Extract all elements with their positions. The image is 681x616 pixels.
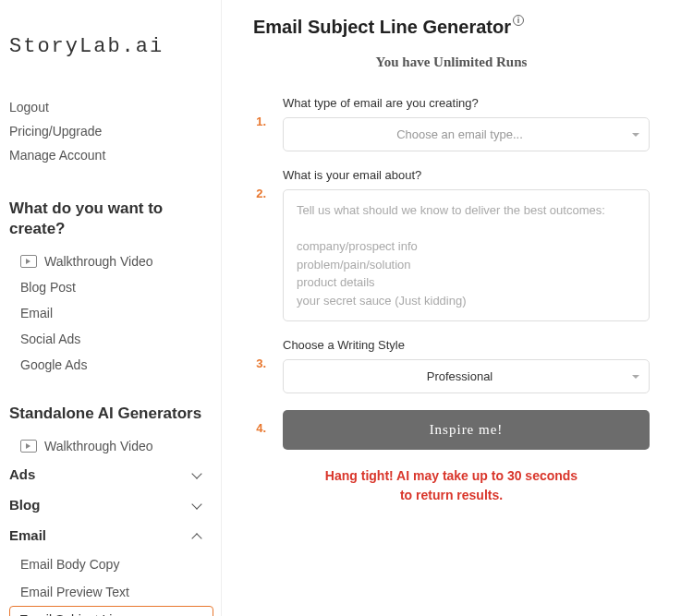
sidebar: StoryLab.ai Logout Pricing/Upgrade Manag… [0,0,222,616]
accordion-blog[interactable]: Blog [9,489,213,520]
step-number: 3. [253,338,266,393]
sidebar-item-walkthrough-standalone[interactable]: Walkthrough Video [9,433,213,459]
step-label: Choose a Writing Style [283,338,650,352]
email-type-select[interactable]: Choose an email type... [283,117,650,151]
accordion-email[interactable]: Email [9,520,213,550]
sidebar-item-walkthrough-create[interactable]: Walkthrough Video [9,248,213,274]
step-label: What type of email are you creating? [283,96,650,110]
account-nav: Logout Pricing/Upgrade Manage Account [9,95,213,167]
video-icon [20,440,37,453]
manage-account-link[interactable]: Manage Account [9,143,213,167]
step-number: 4. [253,410,266,450]
step-number: 1. [253,96,266,151]
standalone-title: Standalone AI Generators [9,404,213,424]
video-icon [20,255,37,268]
pricing-link[interactable]: Pricing/Upgrade [9,119,213,143]
email-about-textarea[interactable]: Tell us what should we know to deliver t… [283,189,650,321]
step-label: What is your email about? [283,168,650,182]
chevron-down-icon [191,499,204,512]
accordion-ads[interactable]: Ads [9,459,213,489]
create-title: What do you want to create? [9,199,213,239]
inspire-button[interactable]: Inspire me! [283,410,650,450]
menu-label: Walkthrough Video [44,254,153,269]
sidebar-item-email-preview[interactable]: Email Preview Text [9,578,213,606]
logout-link[interactable]: Logout [9,95,213,119]
wait-line-2: to return results. [253,486,650,505]
sidebar-item-social-ads[interactable]: Social Ads [9,326,213,352]
step-4: 4. Inspire me! [253,410,650,450]
caret-down-icon [632,375,639,379]
select-value: Professional [427,369,493,383]
logo: StoryLab.ai [9,35,213,58]
accordion-label: Blog [9,497,40,513]
step-2: 2. What is your email about? Tell us wha… [253,168,650,321]
wait-line-1: Hang tight! AI may take up to 30 seconds [253,466,650,486]
accordion-label: Ads [9,466,35,482]
step-3: 3. Choose a Writing Style Professional [253,338,650,393]
runs-status: You have Unlimited Runs [253,54,650,70]
chevron-up-icon [191,529,204,542]
sidebar-item-email-subject[interactable]: Email Subject Lines [9,606,213,616]
title-text: Email Subject Line Generator [253,17,511,38]
chevron-down-icon [191,468,204,481]
step-number: 2. [253,168,266,321]
sidebar-item-blog-post[interactable]: Blog Post [9,274,213,300]
caret-down-icon [632,133,639,137]
menu-label: Walkthrough Video [44,439,153,453]
main-content: Email Subject Line Generator i You have … [222,0,681,616]
sidebar-item-google-ads[interactable]: Google Ads [9,352,213,378]
sidebar-item-email-body[interactable]: Email Body Copy [9,550,213,578]
wait-message: Hang tight! AI may take up to 30 seconds… [253,466,650,505]
step-1: 1. What type of email are you creating? … [253,96,650,151]
info-icon[interactable]: i [513,15,524,26]
accordion-label: Email [9,527,46,543]
writing-style-select[interactable]: Professional [283,359,650,393]
select-placeholder: Choose an email type... [396,127,523,141]
sidebar-item-email[interactable]: Email [9,300,213,326]
page-title: Email Subject Line Generator i [253,17,650,38]
